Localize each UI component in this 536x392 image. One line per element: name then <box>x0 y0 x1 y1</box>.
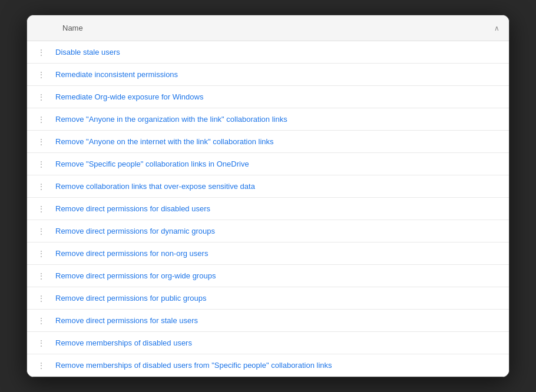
table-row: ⋮Remove memberships of disabled users fr… <box>27 354 509 377</box>
table-row: ⋮Disable stale users <box>27 41 509 64</box>
drag-handle-icon[interactable]: ⋮ <box>27 48 55 57</box>
row-name-link[interactable]: Remediate inconsistent permissions <box>55 70 499 79</box>
table-row: ⋮Remediate Org-wide exposure for Windows <box>27 86 509 108</box>
row-name-link[interactable]: Remove collaboration links that over-exp… <box>55 182 499 191</box>
row-name-link[interactable]: Remove direct permissions for disabled u… <box>55 204 499 213</box>
row-name-link[interactable]: Remove "Anyone on the internet with the … <box>55 137 499 146</box>
table-row: ⋮Remediate inconsistent permissions <box>27 64 509 86</box>
row-name-link[interactable]: Remove memberships of disabled users <box>55 338 499 347</box>
drag-handle-icon[interactable]: ⋮ <box>27 92 55 102</box>
drag-handle-icon[interactable]: ⋮ <box>27 316 55 325</box>
table-row: ⋮Remove "Anyone on the internet with the… <box>27 131 509 153</box>
row-name-link[interactable]: Remove direct permissions for non-org us… <box>55 249 499 258</box>
sort-icon[interactable]: ∧ <box>494 24 499 32</box>
table-row: ⋮Remove direct permissions for org-wide … <box>27 265 509 287</box>
row-name-link[interactable]: Remediate Org-wide exposure for Windows <box>55 92 499 101</box>
drag-handle-icon[interactable]: ⋮ <box>27 115 55 124</box>
drag-handle-icon[interactable]: ⋮ <box>27 338 55 348</box>
row-name-link[interactable]: Remove memberships of disabled users fro… <box>55 361 499 370</box>
table-row: ⋮Remove direct permissions for stale use… <box>27 310 509 332</box>
table-row: ⋮Remove collaboration links that over-ex… <box>27 175 509 198</box>
table-row: ⋮Remove "Anyone in the organization with… <box>27 108 509 131</box>
drag-handle-icon[interactable]: ⋮ <box>27 227 55 236</box>
drag-handle-icon[interactable]: ⋮ <box>27 204 55 214</box>
table-row: ⋮Remove direct permissions for dynamic g… <box>27 220 509 242</box>
table-row: ⋮Remove "Specific people" collaboration … <box>27 153 509 175</box>
table-row: ⋮Remove memberships of disabled users <box>27 332 509 354</box>
drag-handle-icon[interactable]: ⋮ <box>27 160 55 169</box>
drag-handle-icon[interactable]: ⋮ <box>27 361 55 370</box>
row-name-link[interactable]: Remove direct permissions for public gro… <box>55 294 499 303</box>
row-name-link[interactable]: Remove "Specific people" collaboration l… <box>55 160 499 168</box>
table-row: ⋮Remove direct permissions for non-org u… <box>27 242 509 265</box>
table-row: ⋮Remove direct permissions for public gr… <box>27 287 509 310</box>
row-name-link[interactable]: Remove direct permissions for dynamic gr… <box>55 227 499 235</box>
drag-handle-icon[interactable]: ⋮ <box>27 137 55 147</box>
row-name-link[interactable]: Remove "Anyone in the organization with … <box>55 115 499 124</box>
drag-handle-icon[interactable]: ⋮ <box>27 70 55 79</box>
drag-handle-icon[interactable]: ⋮ <box>27 294 55 303</box>
table-rows: ⋮Disable stale users⋮Remediate inconsist… <box>27 41 509 377</box>
table-container: Name ∧ ⋮Disable stale users⋮Remediate in… <box>27 15 509 377</box>
table-header: Name ∧ <box>27 15 509 41</box>
drag-handle-icon[interactable]: ⋮ <box>27 271 55 281</box>
table-row: ⋮Remove direct permissions for disabled … <box>27 198 509 220</box>
header-name-label: Name <box>62 24 489 32</box>
row-name-link[interactable]: Disable stale users <box>55 48 499 57</box>
drag-handle-icon[interactable]: ⋮ <box>27 249 55 258</box>
row-name-link[interactable]: Remove direct permissions for org-wide g… <box>55 271 499 280</box>
row-name-link[interactable]: Remove direct permissions for stale user… <box>55 316 499 325</box>
drag-handle-icon[interactable]: ⋮ <box>27 182 55 191</box>
main-window: Name ∧ ⋮Disable stale users⋮Remediate in… <box>27 15 509 377</box>
